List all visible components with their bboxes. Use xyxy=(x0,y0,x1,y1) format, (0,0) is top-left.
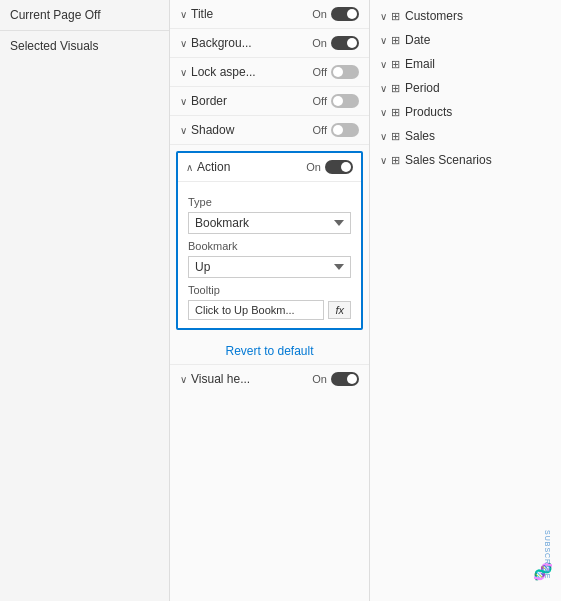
tooltip-row: fx xyxy=(188,300,351,320)
fx-button[interactable]: fx xyxy=(328,301,351,319)
action-toggle-switch[interactable] xyxy=(325,160,353,174)
chevron-icon: ∨ xyxy=(380,11,387,22)
action-status: On xyxy=(306,161,321,173)
toggle-switch[interactable] xyxy=(331,123,359,137)
right-panel: ∨ ⊞ Customers ∨ ⊞ Date ∨ ⊞ Email ∨ ⊞ Per… xyxy=(370,0,561,601)
revert-link[interactable]: Revert to default xyxy=(225,344,313,358)
toggle-status: On xyxy=(312,8,327,20)
visual-header-row: ∨ Visual he... On xyxy=(170,364,369,393)
middle-panel: ∨ Title On ∨ Backgrou... On ∨ Lock aspe.… xyxy=(170,0,370,601)
tooltip-field-label: Tooltip xyxy=(188,284,351,296)
visual-header-status: On xyxy=(312,373,327,385)
right-item-label: Customers xyxy=(405,9,463,23)
action-body: Type Bookmark Page navigation URL Q&A No… xyxy=(178,182,361,320)
right-item-date[interactable]: ∨ ⊞ Date xyxy=(370,28,561,52)
toggle-switch[interactable] xyxy=(331,94,359,108)
chevron-icon: ∨ xyxy=(180,374,187,385)
right-item-email[interactable]: ∨ ⊞ Email xyxy=(370,52,561,76)
right-item-label: Products xyxy=(405,105,452,119)
type-dropdown[interactable]: Bookmark Page navigation URL Q&A None xyxy=(188,212,351,234)
toggle-switch[interactable] xyxy=(331,65,359,79)
chevron-icon: ∨ xyxy=(180,38,187,49)
right-item-products[interactable]: ∨ ⊞ Products xyxy=(370,100,561,124)
right-item-label: Period xyxy=(405,81,440,95)
left-sidebar: Current Page Off Selected Visuals xyxy=(0,0,170,601)
table-icon: ⊞ xyxy=(391,34,400,47)
right-item-sales-scenarios[interactable]: ∨ ⊞ Sales Scenarios xyxy=(370,148,561,172)
toggle-switch[interactable] xyxy=(331,7,359,21)
toggle-label: Border xyxy=(191,94,313,108)
bookmark-field-label: Bookmark xyxy=(188,240,351,252)
toggle-switch[interactable] xyxy=(331,36,359,50)
action-label: Action xyxy=(197,160,306,174)
toggle-status: Off xyxy=(313,95,327,107)
right-item-period[interactable]: ∨ ⊞ Period xyxy=(370,76,561,100)
table-icon: ⊞ xyxy=(391,10,400,23)
toggle-row-border: ∨ Border Off xyxy=(170,87,369,116)
chevron-icon: ∨ xyxy=(380,131,387,142)
toggle-label: Lock aspe... xyxy=(191,65,313,79)
chevron-icon: ∨ xyxy=(180,125,187,136)
visual-header-toggle[interactable] xyxy=(331,372,359,386)
revert-row: Revert to default xyxy=(170,336,369,364)
subscribe-text: SUBSCRIBE xyxy=(544,530,551,579)
table-icon: ⊞ xyxy=(391,58,400,71)
toggle-row-shadow: ∨ Shadow Off xyxy=(170,116,369,145)
chevron-icon: ∨ xyxy=(180,96,187,107)
dna-subscribe-area: 🧬 SUBSCRIBE xyxy=(533,562,553,581)
right-item-customers[interactable]: ∨ ⊞ Customers xyxy=(370,4,561,28)
chevron-icon: ∨ xyxy=(380,35,387,46)
right-item-label: Date xyxy=(405,33,430,47)
table-icon: ⊞ xyxy=(391,130,400,143)
type-field-label: Type xyxy=(188,196,351,208)
right-item-label: Email xyxy=(405,57,435,71)
tooltip-input[interactable] xyxy=(188,300,324,320)
right-item-label: Sales xyxy=(405,129,435,143)
right-item-sales[interactable]: ∨ ⊞ Sales xyxy=(370,124,561,148)
chevron-icon: ∨ xyxy=(380,59,387,70)
chevron-icon: ∨ xyxy=(380,155,387,166)
toggle-label: Backgrou... xyxy=(191,36,312,50)
chevron-icon: ∨ xyxy=(380,83,387,94)
chevron-icon: ∨ xyxy=(180,67,187,78)
table-icon: ⊞ xyxy=(391,82,400,95)
table-icon: ⊞ xyxy=(391,154,400,167)
toggle-row-background: ∨ Backgrou... On xyxy=(170,29,369,58)
bookmark-dropdown[interactable]: Up Down Left Right xyxy=(188,256,351,278)
chevron-icon: ∨ xyxy=(180,9,187,20)
toggle-label: Title xyxy=(191,7,312,21)
toggle-label: Shadow xyxy=(191,123,313,137)
toggle-status: On xyxy=(312,37,327,49)
sidebar-item-current-page[interactable]: Current Page Off xyxy=(0,0,169,31)
visual-header-label: Visual he... xyxy=(191,372,312,386)
table-icon: ⊞ xyxy=(391,106,400,119)
toggle-row-title: ∨ Title On xyxy=(170,0,369,29)
action-header: ∧ Action On xyxy=(178,153,361,182)
right-item-label: Sales Scenarios xyxy=(405,153,492,167)
toggle-row-lock-aspect: ∨ Lock aspe... Off xyxy=(170,58,369,87)
chevron-up-icon: ∧ xyxy=(186,162,193,173)
sidebar-item-selected-visuals[interactable]: Selected Visuals xyxy=(0,31,169,61)
toggle-status: Off xyxy=(313,66,327,78)
action-section: ∧ Action On Type Bookmark Page navigatio… xyxy=(176,151,363,330)
toggle-status: Off xyxy=(313,124,327,136)
right-area: ∨ ⊞ Customers ∨ ⊞ Date ∨ ⊞ Email ∨ ⊞ Per… xyxy=(370,0,561,601)
chevron-icon: ∨ xyxy=(380,107,387,118)
